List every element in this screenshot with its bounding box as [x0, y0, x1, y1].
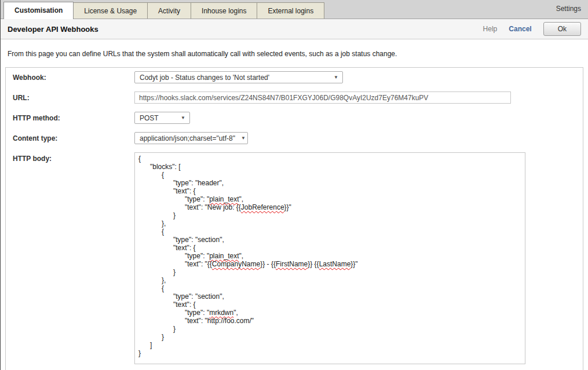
url-row: URL:: [13, 91, 576, 104]
page-header: Developer API Webhooks Help Cancel Ok: [1, 19, 588, 39]
content-type-select-value: application/json;charset="utf-8": [140, 134, 235, 142]
http-body-input[interactable]: { "blocks": [ { "type": "header", "text"…: [134, 152, 525, 364]
content-type-select[interactable]: application/json;charset="utf-8" ▼: [134, 132, 248, 144]
intro-text: From this page you can define URLs that …: [8, 50, 581, 58]
http-method-select[interactable]: POST ▼: [134, 112, 190, 124]
webhook-form-panel: Webhook: Codyt job - Status changes to '…: [5, 67, 583, 370]
tab-external-logins[interactable]: External logins: [257, 2, 324, 19]
tab-inhouse-logins[interactable]: Inhouse logins: [191, 2, 257, 19]
chevron-down-icon: ▼: [241, 135, 246, 141]
url-label: URL:: [13, 94, 134, 102]
http-method-select-value: POST: [140, 114, 159, 122]
settings-link[interactable]: Settings: [556, 5, 581, 14]
chevron-down-icon: ▼: [181, 115, 185, 120]
page-title: Developer API Webhooks: [8, 25, 98, 34]
page: Customisation License & Usage Activity I…: [0, 0, 588, 370]
url-input[interactable]: [134, 91, 511, 104]
help-link[interactable]: Help: [483, 25, 498, 33]
tab-activity[interactable]: Activity: [147, 2, 191, 19]
http-body-label: HTTP body:: [13, 152, 134, 163]
cancel-link[interactable]: Cancel: [509, 25, 531, 33]
webhook-select[interactable]: Codyt job - Status changes to 'Not start…: [134, 71, 343, 83]
http-method-row: HTTP method: POST ▼: [13, 112, 576, 124]
http-method-label: HTTP method:: [13, 114, 134, 122]
webhook-row: Webhook: Codyt job - Status changes to '…: [13, 71, 576, 83]
content-type-row: Content type: application/json;charset="…: [13, 132, 576, 144]
webhook-select-value: Codyt job - Status changes to 'Not start…: [140, 74, 269, 82]
tab-customisation[interactable]: Customisation: [3, 2, 74, 19]
ok-button[interactable]: Ok: [543, 22, 581, 36]
http-body-row: HTTP body: { "blocks": [ { "type": "head…: [13, 152, 576, 364]
webhook-label: Webhook:: [13, 74, 134, 82]
tab-bar: Customisation License & Usage Activity I…: [1, 0, 588, 19]
tab-license-usage[interactable]: License & Usage: [73, 2, 148, 19]
header-actions: Help Cancel Ok: [483, 22, 581, 36]
content-type-label: Content type:: [13, 134, 134, 142]
chevron-down-icon: ▼: [334, 75, 338, 80]
